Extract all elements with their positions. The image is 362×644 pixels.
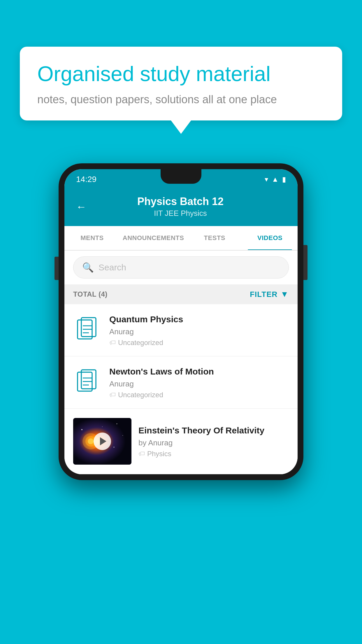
play-triangle-icon (100, 437, 106, 445)
tag-icon: 🏷 (109, 339, 116, 346)
svg-point-13 (88, 438, 94, 444)
wifi-icon: ▾ (265, 175, 268, 183)
search-icon: 🔍 (82, 262, 94, 273)
search-box[interactable]: 🔍 Search (73, 256, 289, 279)
battery-icon: ▮ (282, 175, 286, 183)
tag-label: Uncategorized (118, 339, 163, 347)
video-info: Newton's Laws of Motion Anurag 🏷 Uncateg… (109, 366, 289, 399)
header-center: Physics Batch 12 IIT JEE Physics (95, 195, 266, 218)
svg-point-15 (117, 424, 117, 424)
status-bar: 14:29 ▾ ▲ ▮ (64, 169, 298, 190)
video-info: Quantum Physics Anurag 🏷 Uncategorized (109, 314, 289, 347)
list-item[interactable]: Newton's Laws of Motion Anurag 🏷 Uncateg… (64, 356, 298, 409)
status-time: 14:29 (76, 175, 96, 184)
video-author: Anurag (109, 327, 289, 336)
file-icon-wrapper (73, 369, 102, 396)
tab-ments[interactable]: MENTS (64, 226, 120, 250)
tab-videos[interactable]: VIDEOS (242, 226, 298, 250)
file-icon-wrapper (73, 317, 102, 343)
filter-bar: TOTAL (4) FILTER ▼ (64, 284, 298, 304)
file-icon (76, 369, 99, 396)
video-tag: 🏷 Uncategorized (109, 391, 289, 399)
header-title: Physics Batch 12 (95, 195, 266, 208)
signal-icon: ▲ (272, 175, 279, 183)
video-title: Newton's Laws of Motion (109, 366, 289, 377)
tabs-bar: MENTS ANNOUNCEMENTS TESTS VIDEOS (64, 226, 298, 251)
search-container: 🔍 Search (64, 251, 298, 284)
back-button[interactable]: ← (76, 201, 87, 213)
app-header: ← Physics Batch 12 IIT JEE Physics (64, 190, 298, 226)
list-item[interactable]: Quantum Physics Anurag 🏷 Uncategorized (64, 304, 298, 356)
file-icon (76, 317, 99, 343)
tab-announcements[interactable]: ANNOUNCEMENTS (120, 226, 187, 250)
tag-label: Physics (147, 450, 171, 458)
filter-button[interactable]: FILTER ▼ (250, 290, 289, 299)
filter-icon: ▼ (280, 290, 289, 299)
play-button[interactable] (94, 433, 111, 450)
notch (161, 169, 201, 184)
tag-label: Uncategorized (118, 391, 163, 399)
tag-icon: 🏷 (109, 391, 116, 399)
video-list: Quantum Physics Anurag 🏷 Uncategorized (64, 304, 298, 474)
video-author: by Anurag (138, 438, 289, 447)
header-subtitle: IIT JEE Physics (95, 209, 266, 218)
video-tag: 🏷 Uncategorized (109, 339, 289, 347)
phone-outer: 14:29 ▾ ▲ ▮ ← Physics Batch 12 IIT JEE P… (59, 163, 303, 480)
video-tag: 🏷 Physics (138, 450, 289, 458)
filter-label: FILTER (250, 290, 277, 299)
svg-point-18 (102, 426, 103, 427)
search-placeholder: Search (99, 262, 126, 272)
phone-screen: 14:29 ▾ ▲ ▮ ← Physics Batch 12 IIT JEE P… (64, 169, 298, 474)
svg-point-14 (81, 429, 82, 430)
list-item[interactable]: Einstein's Theory Of Relativity by Anura… (64, 409, 298, 474)
video-title: Quantum Physics (109, 314, 289, 325)
bubble-title: Organised study material (37, 61, 325, 86)
video-title: Einstein's Theory Of Relativity (138, 425, 289, 436)
speech-bubble: Organised study material notes, question… (20, 47, 342, 120)
video-info: Einstein's Theory Of Relativity by Anura… (138, 425, 289, 458)
status-icons: ▾ ▲ ▮ (265, 175, 286, 183)
bubble-subtitle: notes, question papers, solutions all at… (37, 93, 325, 106)
video-thumbnail (73, 418, 131, 465)
tab-tests[interactable]: TESTS (187, 226, 242, 250)
total-count: TOTAL (4) (73, 290, 108, 298)
svg-point-16 (122, 435, 123, 436)
phone-wrapper: 14:29 ▾ ▲ ▮ ← Physics Batch 12 IIT JEE P… (59, 163, 303, 480)
video-author: Anurag (109, 379, 289, 388)
svg-point-17 (114, 447, 115, 448)
tag-icon: 🏷 (138, 450, 145, 458)
